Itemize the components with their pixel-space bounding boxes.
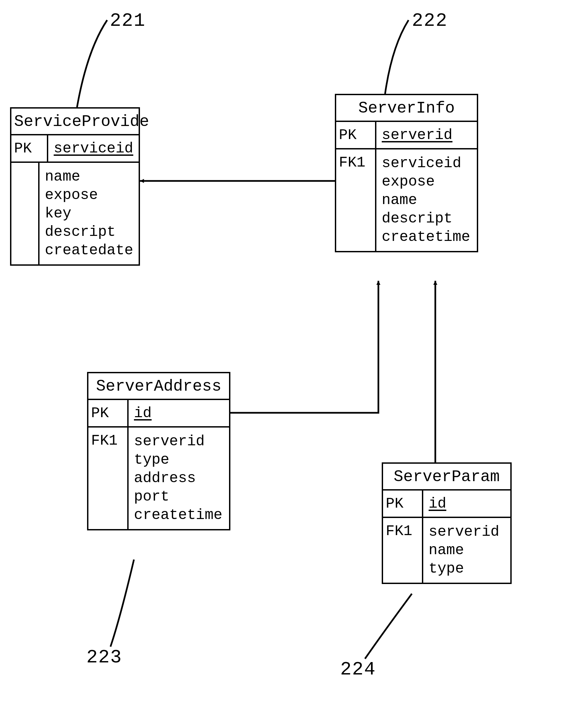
field-item: type xyxy=(428,560,505,578)
pk-label: PK xyxy=(383,490,423,517)
field-item: type xyxy=(134,451,224,469)
pk-field: id xyxy=(134,405,152,422)
field-list: nameexposekeydescriptcreatedate xyxy=(40,163,139,264)
leader-222 xyxy=(385,20,408,94)
entity-title: ServerAddress xyxy=(88,373,229,400)
ref-label-222: 222 xyxy=(412,10,448,32)
field-item: name xyxy=(428,541,505,560)
field-item: serviceid xyxy=(382,154,471,172)
entity-server-info: ServerInfo PK serverid FK1 serviceidexpo… xyxy=(335,94,478,252)
arrow-serveraddress-to-serverinfo xyxy=(229,281,378,413)
field-item: name xyxy=(45,167,133,186)
field-item: port xyxy=(134,488,224,506)
pk-label: PK xyxy=(88,400,129,426)
entity-service-provide: ServiceProvide PK serviceid nameexposeke… xyxy=(10,107,140,266)
field-item: serverid xyxy=(428,523,505,541)
entity-title: ServerInfo xyxy=(336,95,477,122)
field-item: createtime xyxy=(382,228,471,246)
entity-server-address: ServerAddress PK id FK1 serveridtypeaddr… xyxy=(87,372,230,530)
pk-field: serviceid xyxy=(54,140,133,157)
ref-label-223: 223 xyxy=(86,647,122,668)
field-item: serverid xyxy=(134,432,224,451)
pk-label: PK xyxy=(12,135,48,162)
field-item: createdate xyxy=(45,241,133,260)
entity-title: ServiceProvide xyxy=(12,108,139,135)
ref-label-224: 224 xyxy=(340,659,376,680)
field-item: descript xyxy=(382,209,471,228)
leader-221 xyxy=(77,20,107,107)
fk-label: FK1 xyxy=(383,518,423,583)
fk-label: FK1 xyxy=(88,428,129,529)
field-item: expose xyxy=(382,172,471,191)
connector-layer xyxy=(0,0,588,712)
leader-224 xyxy=(365,594,412,659)
field-list: serveridtypeaddressportcreatetime xyxy=(129,428,229,529)
field-list: serveridnametype xyxy=(423,518,510,583)
field-item: descript xyxy=(45,223,133,241)
field-list: serviceidexposenamedescriptcreatetime xyxy=(376,149,477,251)
fk-label: FK1 xyxy=(336,149,376,251)
field-item: expose xyxy=(45,186,133,204)
entity-server-param: ServerParam PK id FK1 serveridnametype xyxy=(382,462,512,584)
pk-field: id xyxy=(428,495,446,512)
fk-label xyxy=(12,163,40,264)
field-item: name xyxy=(382,191,471,209)
field-item: address xyxy=(134,469,224,488)
leader-223 xyxy=(110,560,134,647)
diagram-canvas: 221 222 223 224 ServiceProvide PK servic… xyxy=(0,0,588,712)
ref-label-221: 221 xyxy=(110,10,146,32)
entity-title: ServerParam xyxy=(383,464,510,490)
field-item: createtime xyxy=(134,506,224,524)
field-item: key xyxy=(45,204,133,223)
pk-label: PK xyxy=(336,122,376,148)
pk-field: serverid xyxy=(382,127,453,143)
